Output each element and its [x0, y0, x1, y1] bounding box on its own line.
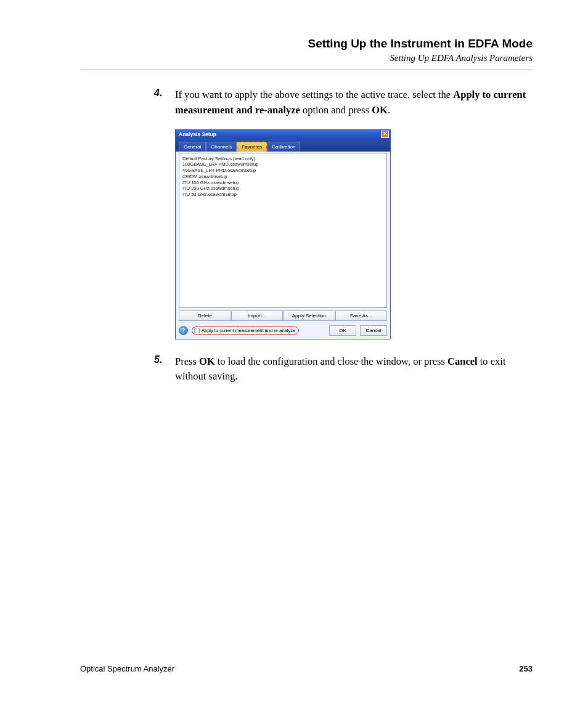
header-title: Setting Up the Instrument in EDFA Mode [80, 37, 533, 51]
list-item[interactable]: ITU 200 GHz.osawdmsetup [182, 185, 383, 192]
list-item[interactable]: 40GBASE_LR4 PMD.osawdmsetup [182, 168, 383, 174]
page-header: Setting Up the Instrument in EDFA Mode S… [80, 37, 533, 63]
checkbox-icon[interactable] [194, 328, 200, 333]
ok-button[interactable]: OK [329, 325, 356, 336]
step-5: 5. Press OK to load the configuration an… [80, 354, 533, 385]
footer-product: Optical Spectrum Analyzer [80, 664, 174, 673]
tab-calibration[interactable]: Calibration [267, 142, 300, 152]
header-subtitle: Setting Up EDFA Analysis Parameters [80, 53, 533, 63]
page-footer: Optical Spectrum Analyzer 253 [80, 664, 533, 673]
step-text: If you want to apply the above settings … [175, 87, 533, 118]
favorites-list[interactable]: Default Factory Settings (read only). 10… [179, 153, 387, 308]
analysis-setup-dialog: Analysis Setup ✕ General Channels Favori… [175, 129, 391, 339]
list-item[interactable]: 100GBASE_LR4 PMD.osawdmsetup [182, 161, 383, 168]
help-icon[interactable]: ? [179, 326, 188, 335]
button-row: Delete Import... Apply Selection Save As… [176, 310, 390, 323]
tab-favorites[interactable]: Favorites [237, 142, 267, 152]
apply-selection-button[interactable]: Apply Selection [283, 310, 335, 321]
list-item[interactable]: CWDM.osawdmsetup [182, 174, 383, 180]
step-text: Press OK to load the configuration and c… [175, 354, 533, 385]
step-4: 4. If you want to apply the above settin… [80, 87, 533, 118]
tab-general[interactable]: General [179, 142, 206, 152]
tab-channels[interactable]: Channels [206, 142, 237, 152]
step-number: 4. [154, 87, 175, 118]
checkbox-label: Apply to current measurement and re-anal… [202, 328, 295, 333]
header-rule [80, 70, 533, 70]
list-item[interactable]: ITU 50 GHz.osawdmsetup [182, 192, 383, 198]
dialog-titlebar[interactable]: Analysis Setup ✕ [176, 130, 390, 139]
cancel-button[interactable]: Cancel [360, 325, 387, 336]
page-number: 253 [519, 664, 533, 673]
dialog-tabs: General Channels Favorites Calibration [176, 139, 390, 152]
bottom-row: ? Apply to current measurement and re-an… [176, 323, 390, 339]
apply-checkbox-area[interactable]: Apply to current measurement and re-anal… [192, 327, 299, 335]
import-button[interactable]: Import... [231, 310, 284, 321]
dialog-screenshot: Analysis Setup ✕ General Channels Favori… [80, 129, 533, 339]
save-as-button[interactable]: Save As... [335, 310, 388, 321]
dialog-title: Analysis Setup [179, 131, 216, 137]
list-item[interactable]: Default Factory Settings (read only). [182, 156, 383, 162]
delete-button[interactable]: Delete [179, 310, 231, 321]
list-item[interactable]: ITU 100 GHz.osawdmsetup [182, 180, 383, 186]
close-icon[interactable]: ✕ [381, 131, 389, 138]
step-number: 5. [154, 354, 175, 385]
